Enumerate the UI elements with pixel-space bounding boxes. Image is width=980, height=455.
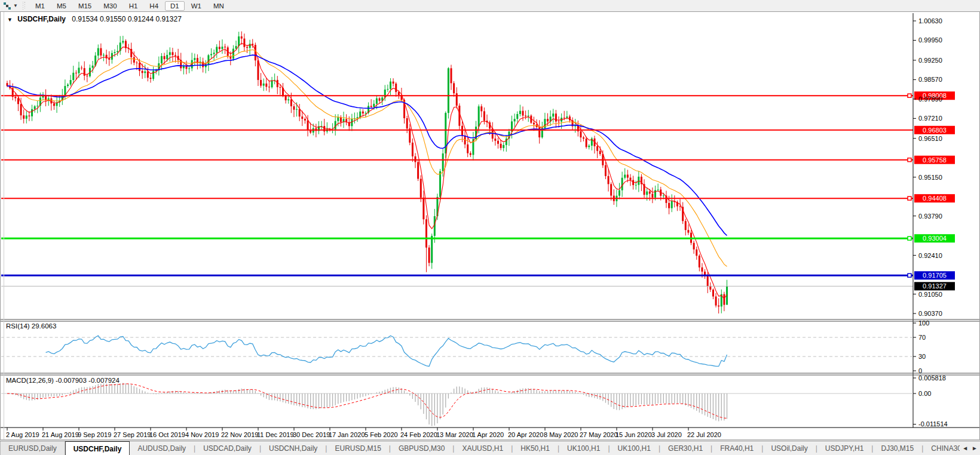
candle-body bbox=[415, 156, 416, 162]
candle-body bbox=[263, 84, 265, 86]
chart-tab-uk100-h1[interactable]: UK100,H1 bbox=[559, 441, 608, 455]
chart-tab-uk100-h1[interactable]: UK100,H1 bbox=[610, 441, 659, 455]
rsi-line bbox=[46, 336, 727, 366]
price-tick-label: 0.99250 bbox=[918, 57, 942, 64]
candle-body bbox=[166, 55, 168, 59]
candle-body bbox=[224, 47, 226, 47]
hline-price-badge-text: 0.94408 bbox=[923, 195, 947, 202]
hline-price-badge-text: 0.93004 bbox=[923, 235, 947, 242]
candle-body bbox=[81, 67, 82, 68]
chart-tab-gbpusd-m30[interactable]: GBPUSD,M30 bbox=[391, 441, 452, 455]
candle-body bbox=[213, 53, 215, 54]
rsi-tick-label: 0 bbox=[918, 367, 922, 374]
candle-body bbox=[86, 76, 88, 76]
candle-body bbox=[494, 139, 496, 141]
rsi-tick-label: 70 bbox=[918, 334, 926, 341]
tab-scroll-right-icon[interactable]: ► bbox=[972, 445, 978, 451]
hline-handle[interactable] bbox=[908, 94, 911, 97]
date-tick-label: 16 Oct 2019 bbox=[149, 431, 185, 438]
candle-body bbox=[14, 97, 16, 98]
date-tick-label: 11 Dec 2019 bbox=[257, 431, 294, 438]
chart-tab-usoil-daily[interactable]: USOil,Daily bbox=[763, 441, 815, 455]
candle-body bbox=[544, 119, 546, 128]
candle-body bbox=[31, 109, 33, 116]
candle-body bbox=[519, 111, 521, 114]
candle-body bbox=[152, 71, 154, 79]
candle-body bbox=[712, 290, 714, 297]
chart-tab-xauusd-h1[interactable]: XAUUSD,H1 bbox=[454, 441, 511, 455]
candle-body bbox=[621, 178, 623, 190]
macd-indicator-label: MACD(12,26,9) -0.007903 -0.007924 bbox=[6, 377, 120, 384]
candle-body bbox=[723, 294, 725, 305]
candle-body bbox=[235, 46, 237, 49]
candle-body bbox=[384, 90, 386, 97]
candle-body bbox=[624, 174, 626, 177]
candle-body bbox=[453, 83, 455, 93]
candle-body bbox=[522, 111, 524, 116]
date-tick-label: 20 Apr 2020 bbox=[508, 431, 543, 438]
candle-body bbox=[287, 99, 289, 100]
candle-body bbox=[715, 297, 717, 306]
price-tick-label: 0.99950 bbox=[918, 36, 942, 44]
price-tick-label: 0.92410 bbox=[918, 252, 942, 259]
candle-body bbox=[72, 73, 74, 80]
symbol-dropdown-icon[interactable]: ▼ bbox=[7, 17, 13, 23]
date-tick-label: 22 Jul 2020 bbox=[687, 431, 721, 438]
candle-body bbox=[260, 80, 262, 86]
hline-handle[interactable] bbox=[908, 158, 911, 162]
current-price-badge-text: 0.91327 bbox=[923, 282, 947, 290]
candle-body bbox=[161, 56, 163, 63]
hline-handle[interactable] bbox=[908, 236, 911, 240]
chart-tab-usdjpy-h1[interactable]: USDJPY,H1 bbox=[817, 441, 871, 455]
date-tick-label: 2 Aug 2019 bbox=[6, 431, 39, 438]
candle-body bbox=[210, 54, 212, 55]
candle-body bbox=[144, 72, 146, 73]
chart-tab-fra40-h1[interactable]: FRA40,H1 bbox=[712, 441, 761, 455]
chart-tab-usdchf-daily[interactable]: USDCHF,Daily bbox=[65, 441, 130, 455]
hline-handle[interactable] bbox=[908, 273, 911, 277]
candle-body bbox=[580, 131, 581, 137]
candle-body bbox=[574, 125, 576, 126]
tab-scroll-left-icon[interactable]: ◄ bbox=[962, 445, 968, 451]
candle-body bbox=[632, 180, 634, 185]
price-tick-label: 0.91050 bbox=[918, 291, 942, 298]
candle-body bbox=[696, 250, 697, 256]
candle-body bbox=[257, 60, 259, 80]
candle-body bbox=[417, 162, 419, 179]
candle-body bbox=[629, 178, 631, 180]
candle-body bbox=[525, 116, 526, 116]
candle-body bbox=[649, 192, 651, 194]
candle-body bbox=[133, 57, 135, 63]
candle-body bbox=[238, 36, 240, 46]
hline-handle[interactable] bbox=[908, 196, 911, 200]
chart-tab-ger30-h1[interactable]: GER30,H1 bbox=[660, 441, 710, 455]
macd-tick-label: -0.011514 bbox=[918, 420, 948, 428]
candle-body bbox=[538, 127, 540, 137]
rsi-tick-label: 100 bbox=[918, 319, 929, 327]
candle-body bbox=[566, 116, 568, 118]
candle-body bbox=[26, 116, 27, 119]
chart-tab-usdcad-daily[interactable]: USDCAD,Daily bbox=[195, 441, 259, 455]
candle-body bbox=[428, 248, 430, 263]
candle-body bbox=[92, 66, 94, 68]
chart-canvas[interactable]: 0.980080.968030.957580.944080.930040.917… bbox=[0, 0, 980, 455]
date-tick-label: 9 Sep 2019 bbox=[78, 431, 111, 438]
candle-body bbox=[467, 145, 468, 153]
candle-body bbox=[516, 114, 518, 119]
chart-tab-audusd-daily[interactable]: AUDUSD,Daily bbox=[130, 441, 194, 455]
candle-body bbox=[307, 121, 309, 130]
candle-body bbox=[169, 52, 171, 55]
candle-body bbox=[605, 165, 607, 176]
chart-tab-hk50-h1[interactable]: HK50,H1 bbox=[513, 441, 558, 455]
candle-body bbox=[265, 84, 267, 87]
price-tick-label: 0.97890 bbox=[918, 96, 942, 103]
chart-tab-dj30-m15[interactable]: DJ30,M15 bbox=[873, 441, 921, 455]
date-tick-label: 27 May 2020 bbox=[580, 431, 618, 438]
chart-tab-eurusd-daily[interactable]: EURUSD,Daily bbox=[0, 441, 65, 455]
candle-body bbox=[97, 48, 99, 56]
candles-layer[interactable] bbox=[7, 32, 728, 313]
price-tick-label: 0.97210 bbox=[918, 115, 942, 122]
chart-tab-usdcnh-daily[interactable]: USDCNH,Daily bbox=[261, 441, 325, 455]
mt4-terminal: { "icons": { "dropdown": "▼", "toolbar_c… bbox=[0, 0, 980, 455]
chart-tab-eurusd-m15[interactable]: EURUSD,M15 bbox=[327, 441, 388, 455]
